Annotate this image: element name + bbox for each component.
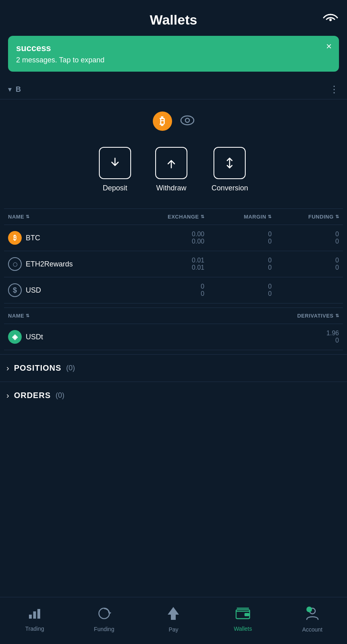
nav-item-account[interactable]: Account <box>277 607 347 633</box>
nav-label-trading: Trading <box>25 625 44 632</box>
svg-point-2 <box>185 118 189 122</box>
btc-funding-cell: 0 0 <box>272 231 339 245</box>
toast-title: success <box>16 43 331 54</box>
svg-rect-7 <box>33 611 36 619</box>
col-name-2[interactable]: NAME ⇅ <box>8 313 174 319</box>
pay-icon <box>168 607 179 623</box>
svg-rect-8 <box>37 609 40 619</box>
btc-coin-icon: ₿ <box>8 231 22 245</box>
name2-sort-icon: ⇅ <box>26 313 30 318</box>
table-header-row-1: NAME ⇅ EXCHANGE ⇅ MARGIN ⇅ FUNDING ⇅ <box>4 208 343 225</box>
exchange-sort-icon: ⇅ <box>201 214 205 219</box>
deposit-label: Deposit <box>103 184 127 192</box>
orders-count: (0) <box>55 391 64 400</box>
positions-expand-icon: › <box>6 363 9 373</box>
table-row[interactable]: ₿ BTC 0.00 0.00 0 0 0 0 <box>4 225 343 251</box>
actions-row: Deposit Withdraw Conversion <box>0 135 347 208</box>
btc-exchange-cell: 0.00 0.00 <box>120 231 204 245</box>
eth2-coin-icon: ◯ <box>8 257 22 271</box>
coin-name-btc: BTC <box>26 234 40 242</box>
nav-item-funding[interactable]: Funding <box>70 607 139 632</box>
col-funding[interactable]: FUNDING ⇅ <box>272 214 339 220</box>
coin-name-eth2: ETH2Rewards <box>26 260 73 268</box>
more-options-icon[interactable]: ⋮ <box>329 84 339 95</box>
dropdown-chevron-icon: ▾ <box>8 85 12 94</box>
name-sort-icon: ⇅ <box>26 214 30 219</box>
table-header-row-2: NAME ⇅ DERIVATIVES ⇅ <box>4 308 343 324</box>
margin-sort-icon: ⇅ <box>268 214 272 219</box>
bottom-nav: Trading Funding Pay <box>0 597 347 644</box>
sub-header: ▾ B ⋮ <box>0 80 347 99</box>
usd-coin-icon: $ <box>8 283 22 297</box>
orders-label: ORDERS <box>14 391 51 400</box>
funding-icon <box>97 607 111 623</box>
col-margin[interactable]: MARGIN ⇅ <box>204 214 271 220</box>
btc-margin-cell: 0 0 <box>204 231 271 245</box>
positions-section[interactable]: › POSITIONS (0) <box>0 354 347 382</box>
svg-point-1 <box>181 116 194 125</box>
exchange-table: NAME ⇅ EXCHANGE ⇅ MARGIN ⇅ FUNDING ⇅ ₿ B… <box>0 208 347 303</box>
conversion-label: Conversion <box>211 184 248 192</box>
coin-cell-btc: ₿ BTC <box>8 231 120 245</box>
nav-label-wallets: Wallets <box>234 625 252 632</box>
btc-icon: ₿ <box>153 111 172 131</box>
positions-count: (0) <box>66 364 75 372</box>
eth2-margin-cell: 0 0 <box>204 257 271 271</box>
col-derivatives[interactable]: DERIVATIVES ⇅ <box>174 313 339 319</box>
coin-cell-usd: $ USD <box>8 283 120 297</box>
table-row[interactable]: ◈ USDt 1.96 0 <box>4 324 343 350</box>
wifi-icon <box>322 11 339 29</box>
coin-cell-eth2: ◯ ETH2Rewards <box>8 257 120 271</box>
toast-close-button[interactable]: × <box>326 41 332 51</box>
funding-sort-icon: ⇅ <box>335 214 339 219</box>
online-status-dot <box>306 607 312 612</box>
withdraw-button[interactable]: Withdraw <box>155 147 187 192</box>
conversion-icon <box>214 147 246 179</box>
sub-header-label: B <box>16 85 21 94</box>
visibility-toggle-icon[interactable] <box>180 114 195 129</box>
table-row[interactable]: ◯ ETH2Rewards 0.01 0.01 0 0 0 0 <box>4 251 343 277</box>
wallets-icon <box>236 607 250 622</box>
coin-name-usd: USD <box>26 286 41 295</box>
usdt-derivatives-cell: 1.96 0 <box>174 330 339 344</box>
svg-rect-12 <box>244 613 249 616</box>
svg-marker-10 <box>168 607 179 620</box>
table-row[interactable]: $ USD 0 0 0 0 <box>4 277 343 303</box>
eth2-funding-cell: 0 0 <box>272 257 339 271</box>
positions-label: POSITIONS <box>14 363 62 373</box>
svg-point-0 <box>329 19 332 21</box>
page-title: Wallets <box>150 12 197 28</box>
usdt-coin-icon: ◈ <box>8 330 22 344</box>
nav-label-pay: Pay <box>168 626 178 633</box>
svg-rect-6 <box>29 615 32 619</box>
trading-icon <box>28 607 41 622</box>
coin-name-usdt: USDt <box>26 333 43 341</box>
nav-item-trading[interactable]: Trading <box>0 607 70 632</box>
usd-exchange-cell: 0 0 <box>120 283 204 297</box>
deposit-icon <box>99 147 131 179</box>
nav-label-account: Account <box>302 626 322 633</box>
coin-cell-usdt: ◈ USDt <box>8 330 174 344</box>
eth2-exchange-cell: 0.01 0.01 <box>120 257 204 271</box>
toast-banner[interactable]: success 2 messages. Tap to expand × <box>8 36 339 72</box>
header: Wallets <box>0 0 347 36</box>
toast-message: 2 messages. Tap to expand <box>16 56 331 64</box>
nav-item-pay[interactable]: Pay <box>139 607 208 633</box>
orders-section[interactable]: › ORDERS (0) <box>0 382 347 409</box>
deposit-button[interactable]: Deposit <box>99 147 131 192</box>
col-name[interactable]: NAME ⇅ <box>8 214 120 220</box>
withdraw-icon <box>155 147 187 179</box>
nav-label-funding: Funding <box>94 626 115 632</box>
nav-item-wallets[interactable]: Wallets <box>208 607 278 632</box>
coin-display-row: ₿ <box>0 99 347 135</box>
derivatives-sort-icon: ⇅ <box>335 313 339 318</box>
usd-margin-cell: 0 0 <box>204 283 271 297</box>
col-exchange[interactable]: EXCHANGE ⇅ <box>120 214 204 220</box>
conversion-button[interactable]: Conversion <box>211 147 248 192</box>
orders-expand-icon: › <box>6 391 9 400</box>
withdraw-label: Withdraw <box>156 184 186 192</box>
derivatives-table: NAME ⇅ DERIVATIVES ⇅ ◈ USDt 1.96 0 <box>0 308 347 350</box>
